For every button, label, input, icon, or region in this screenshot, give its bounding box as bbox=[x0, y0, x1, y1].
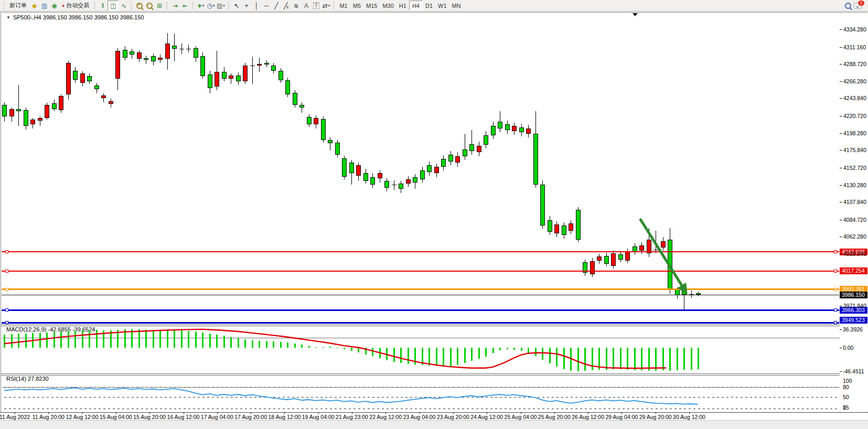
hline-handle[interactable] bbox=[5, 288, 8, 291]
hline-handle[interactable] bbox=[834, 288, 837, 291]
hline-3993.391[interactable] bbox=[2, 288, 839, 290]
text-label-icon-glyph: T bbox=[313, 2, 319, 9]
autotrading-button[interactable]: ●自动交易 bbox=[59, 1, 92, 10]
timeframe-w1[interactable]: W1 bbox=[435, 1, 449, 10]
cursor-icon-glyph: ↖ bbox=[234, 2, 239, 9]
templates-icon[interactable]: ▨▾ bbox=[216, 1, 226, 10]
order-history-icon-glyph: ◆ bbox=[32, 2, 37, 9]
chart-shift-icon-glyph: ⇤ bbox=[183, 2, 188, 9]
bar-chart-icon[interactable]: ‖ bbox=[98, 1, 108, 10]
toolbar-handle bbox=[166, 2, 168, 9]
hline-handle[interactable] bbox=[5, 308, 8, 312]
order-history-icon[interactable]: ◆ bbox=[29, 1, 39, 10]
market-watch-icon-glyph: ▥ bbox=[41, 2, 47, 9]
hline-3966.303[interactable] bbox=[2, 309, 839, 311]
text-icon-glyph: A bbox=[304, 2, 308, 9]
text-icon[interactable]: A bbox=[301, 1, 311, 10]
hline-handle[interactable] bbox=[834, 321, 837, 324]
hline-handle[interactable] bbox=[834, 308, 837, 312]
periods-icon-dropdown[interactable]: ▾ bbox=[213, 4, 215, 8]
chart-title-collapse-icon[interactable]: ▼ bbox=[6, 15, 10, 20]
hline-handle[interactable] bbox=[834, 250, 837, 253]
price-axis[interactable] bbox=[840, 13, 868, 412]
chat-badge: 1 bbox=[858, 1, 864, 6]
chart-title-text: SP500-,H4 3986.150 3986.150 3986.150 398… bbox=[13, 14, 144, 20]
candlestick-chart-icon[interactable]: ◫ bbox=[108, 1, 119, 11]
market-watch-icon[interactable]: ▥ bbox=[39, 1, 49, 10]
macd-panel[interactable] bbox=[2, 338, 840, 386]
horizontal-line-icon-glyph: ─ bbox=[264, 2, 269, 9]
add-indicator-icon-dropdown[interactable]: ▾ bbox=[202, 4, 205, 8]
auto-scroll-icon-glyph: ⇥ bbox=[173, 2, 178, 9]
arrows-icon-dropdown[interactable]: ▾ bbox=[328, 4, 330, 8]
crosshair-icon[interactable]: + bbox=[241, 1, 251, 10]
hline-4042.608[interactable] bbox=[2, 251, 839, 252]
new-order-button-label: 新订单 bbox=[9, 2, 27, 9]
chart-shift-marker[interactable] bbox=[633, 13, 638, 16]
chat-icon[interactable]: 1 bbox=[853, 1, 863, 10]
timeframe-m1[interactable]: M1 bbox=[337, 1, 350, 10]
panel-separator[interactable] bbox=[1, 324, 868, 326]
horizontal-line-icon[interactable]: ─ bbox=[261, 1, 271, 10]
templates-icon-glyph: ▨ bbox=[217, 2, 222, 9]
vertical-line-icon[interactable]: │ bbox=[251, 1, 261, 10]
auto-scroll-icon[interactable]: ⇥ bbox=[170, 1, 180, 10]
tile-windows-icon[interactable]: ⊞ bbox=[154, 1, 164, 10]
vertical-line-icon-glyph: │ bbox=[254, 2, 259, 9]
timeframe-m30[interactable]: M30 bbox=[380, 1, 396, 10]
hline-handle[interactable] bbox=[5, 270, 8, 273]
hline-handle[interactable] bbox=[5, 250, 8, 253]
rsi-label: RSI(14) 27.8230 bbox=[6, 376, 49, 382]
toolbar-handle bbox=[228, 2, 229, 9]
periods-icon-glyph: ◷ bbox=[207, 2, 212, 9]
search-icon[interactable] bbox=[843, 1, 853, 10]
timeframe-d1[interactable]: D1 bbox=[423, 1, 435, 10]
hline-handle[interactable] bbox=[5, 321, 8, 324]
channel-icon[interactable]: ╱E bbox=[281, 1, 291, 10]
timeframe-mn[interactable]: MN bbox=[449, 1, 464, 10]
line-chart-icon[interactable]: ∿ bbox=[119, 1, 128, 10]
toolbar-handle bbox=[3, 2, 5, 9]
zoom-in-icon-glyph: + bbox=[136, 3, 143, 9]
hline-3986.15[interactable] bbox=[2, 295, 839, 295]
macd-label: MACD(12,26,9) -42.6855 -39.6524 bbox=[6, 326, 95, 333]
trendline-icon[interactable]: ╱ bbox=[271, 1, 281, 10]
chart-window[interactable] bbox=[1, 12, 867, 420]
cursor-icon[interactable]: ↖ bbox=[231, 1, 241, 10]
trendline-icon-glyph: ╱ bbox=[274, 2, 278, 9]
signals-icon[interactable]: ◉ bbox=[49, 1, 59, 10]
zoom-in-icon[interactable]: + bbox=[134, 1, 144, 10]
text-label-icon[interactable]: T bbox=[311, 1, 321, 10]
arrows-icon[interactable]: ⇄▾ bbox=[321, 1, 331, 10]
timeframe-m15[interactable]: M15 bbox=[363, 1, 380, 10]
periods-icon[interactable]: ◷▾ bbox=[206, 1, 216, 10]
templates-icon-dropdown[interactable]: ▾ bbox=[223, 4, 225, 8]
toolbar-handle bbox=[131, 2, 132, 9]
toolbar-handle bbox=[94, 2, 95, 9]
timeframe-h1[interactable]: H1 bbox=[397, 1, 409, 10]
add-indicator-icon-glyph: + bbox=[198, 2, 202, 10]
candlestick-chart-icon-glyph: ◫ bbox=[110, 2, 116, 9]
add-indicator-icon[interactable]: +▾ bbox=[196, 1, 206, 10]
chart-shift-icon[interactable]: ⇤ bbox=[180, 1, 190, 10]
signals-icon-glyph: ◉ bbox=[51, 2, 57, 9]
panel-separator[interactable] bbox=[1, 373, 868, 376]
timeframe-m5[interactable]: M5 bbox=[350, 1, 363, 10]
zoom-out-icon-glyph: - bbox=[146, 3, 153, 9]
zoom-out-icon[interactable]: - bbox=[144, 1, 154, 10]
autotrading-button-glyph: ● bbox=[62, 3, 65, 8]
time-axis[interactable] bbox=[0, 412, 868, 421]
autotrading-button-label: 自动交易 bbox=[66, 2, 89, 9]
timeframe-h4[interactable]: H4 bbox=[409, 1, 423, 10]
hline-handle[interactable] bbox=[834, 270, 837, 273]
status-strip bbox=[0, 420, 868, 429]
bar-chart-icon-glyph: ‖ bbox=[101, 2, 104, 9]
fibonacci-icon[interactable]: ≡F bbox=[291, 1, 301, 10]
hline-3949.523[interactable] bbox=[2, 322, 839, 324]
new-order-button[interactable]: 新订单 bbox=[7, 1, 29, 10]
hline-4017.254[interactable] bbox=[2, 271, 839, 272]
chart-title: ▼ SP500-,H4 3986.150 3986.150 3986.150 3… bbox=[6, 14, 144, 20]
crosshair-icon-glyph: + bbox=[244, 2, 248, 9]
line-chart-icon-glyph: ∿ bbox=[121, 2, 126, 9]
arrows-icon-glyph: ⇄ bbox=[323, 2, 328, 9]
